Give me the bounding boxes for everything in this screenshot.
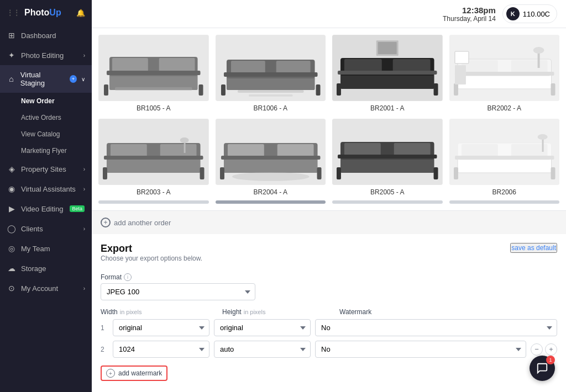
svg-rect-69 bbox=[457, 158, 551, 173]
credits-display[interactable]: K 110.00C bbox=[502, 4, 557, 23]
header-time: 12:38pm Thursday, April 14 bbox=[443, 6, 496, 23]
header: 12:38pm Thursday, April 14 K 110.00C bbox=[92, 0, 566, 28]
height-select-1[interactable]: original auto 768 bbox=[214, 319, 311, 336]
sidebar-item-virtual-staging[interactable]: ⌂ Virtual Staging + ∨ bbox=[0, 65, 92, 93]
scroll-thumb bbox=[332, 200, 443, 204]
sidebar-item-storage[interactable]: ☁ Storage bbox=[0, 258, 92, 278]
catalog-image bbox=[216, 35, 326, 101]
add-watermark-button[interactable]: + add watermark bbox=[101, 365, 167, 381]
catalog-label: BR2002 - A bbox=[488, 104, 521, 112]
sidebar-item-clients[interactable]: ◯ Clients › bbox=[0, 219, 92, 239]
chevron-right-icon: › bbox=[83, 226, 85, 232]
sidebar-sub-item-active-orders[interactable]: Active Orders bbox=[0, 109, 92, 126]
chat-icon bbox=[536, 362, 548, 374]
catalog-image bbox=[98, 35, 209, 101]
format-field: Format i JPEG 100 JPEG 90 JPEG 80 PNG TI… bbox=[101, 273, 557, 300]
sidebar-item-my-account[interactable]: ⊙ My Account › bbox=[0, 278, 92, 298]
catalog-item[interactable]: BR1006 - A bbox=[216, 35, 326, 112]
sub-item-label: Active Orders bbox=[21, 114, 61, 121]
chevron-right-icon: › bbox=[83, 166, 85, 172]
export-subtitle: Choose your export options below. bbox=[101, 255, 202, 262]
svg-point-50 bbox=[180, 137, 189, 143]
team-icon: ◎ bbox=[7, 244, 17, 253]
bell-icon[interactable]: 🔔 bbox=[76, 9, 85, 17]
catalog-item[interactable]: BR2001 - A bbox=[332, 35, 443, 112]
catalog-image bbox=[216, 119, 326, 185]
sidebar-item-label: Video Editing bbox=[21, 205, 63, 213]
svg-rect-74 bbox=[453, 167, 458, 179]
catalog-image bbox=[449, 119, 560, 185]
sidebar-sub-item-view-catalog[interactable]: View Catalog bbox=[0, 126, 92, 142]
svg-rect-58 bbox=[317, 167, 321, 179]
add-watermark-area: + add watermark bbox=[101, 365, 557, 381]
add-another-order-button[interactable]: + add another order bbox=[101, 218, 171, 227]
export-header: Export Choose your export options below.… bbox=[101, 243, 557, 271]
svg-rect-76 bbox=[542, 138, 543, 152]
svg-rect-37 bbox=[537, 51, 539, 68]
svg-rect-36 bbox=[551, 83, 555, 96]
svg-rect-35 bbox=[453, 83, 458, 96]
row-number: 1 bbox=[101, 324, 108, 332]
avatar: K bbox=[506, 7, 520, 20]
add-row-button[interactable]: + bbox=[545, 343, 557, 356]
svg-point-77 bbox=[537, 134, 547, 140]
catalog-label: BR1006 - A bbox=[254, 104, 287, 112]
video-editing-icon: ▶ bbox=[7, 204, 17, 213]
height-select-2[interactable]: original auto 768 bbox=[214, 341, 311, 358]
svg-rect-26 bbox=[434, 83, 438, 96]
width-select-1[interactable]: original 1024 2048 bbox=[113, 319, 209, 336]
catalog-item[interactable]: BR2005 - A bbox=[332, 119, 443, 196]
svg-rect-39 bbox=[454, 65, 465, 84]
svg-rect-57 bbox=[219, 167, 224, 179]
format-select[interactable]: JPEG 100 JPEG 90 JPEG 80 PNG TIFF bbox=[101, 283, 255, 300]
sidebar-item-dashboard[interactable]: ⊞ Dashboard bbox=[0, 25, 92, 45]
sidebar-item-virtual-assistants[interactable]: ◉ Virtual Assistants › bbox=[0, 179, 92, 199]
sidebar-item-my-team[interactable]: ◎ My Team bbox=[0, 239, 92, 258]
sidebar-item-label: Property Sites bbox=[21, 165, 66, 173]
watermark-select-2[interactable]: No Yes bbox=[315, 341, 526, 358]
account-icon: ⊙ bbox=[7, 284, 17, 293]
plus-circle-icon: + bbox=[106, 369, 115, 378]
catalog-item[interactable]: BR2006 bbox=[449, 119, 560, 196]
sidebar-sub-item-marketing-flyer[interactable]: Marketing Flyer bbox=[0, 142, 92, 159]
catalog-item[interactable]: BR2003 - A bbox=[98, 119, 209, 196]
svg-rect-44 bbox=[111, 144, 147, 157]
svg-rect-18 bbox=[248, 94, 292, 97]
chat-button[interactable]: 1 bbox=[530, 356, 555, 381]
catalog-label: BR2003 - A bbox=[137, 188, 170, 196]
catalog-item[interactable]: BR1005 - A bbox=[98, 35, 209, 112]
sidebar-item-label: Clients bbox=[21, 225, 43, 233]
svg-rect-25 bbox=[337, 83, 341, 96]
svg-rect-30 bbox=[457, 75, 551, 89]
chevron-down-icon: ∨ bbox=[81, 76, 85, 82]
catalog-image bbox=[332, 35, 443, 101]
catalog-item[interactable]: BR2002 - A bbox=[449, 35, 560, 112]
save-as-default-button[interactable]: save as default bbox=[510, 243, 557, 253]
sub-item-label: Marketing Flyer bbox=[21, 147, 67, 155]
sidebar-item-property-sites[interactable]: ◈ Property Sites › bbox=[0, 159, 92, 179]
sidebar-item-label: Storage bbox=[21, 264, 46, 273]
beta-badge: Beta bbox=[70, 205, 85, 212]
width-select-2[interactable]: original 1024 2048 bbox=[113, 341, 209, 358]
sidebar-item-video-editing[interactable]: ▶ Video Editing Beta bbox=[0, 199, 92, 219]
scroll-indicators bbox=[98, 200, 559, 204]
catalog-item[interactable]: BR2004 - A bbox=[216, 119, 326, 196]
watermark-select-1[interactable]: No Yes bbox=[315, 319, 557, 336]
svg-rect-54 bbox=[227, 144, 264, 157]
current-date: Thursday, April 14 bbox=[443, 15, 496, 23]
catalog-label: BR2006 bbox=[492, 188, 516, 196]
svg-rect-8 bbox=[115, 87, 192, 91]
export-form: Format i JPEG 100 JPEG 90 JPEG 80 PNG TI… bbox=[101, 273, 557, 392]
add-order-row: + add another order bbox=[92, 211, 566, 234]
svg-rect-6 bbox=[104, 84, 108, 96]
width-unit-label: in pixels bbox=[120, 309, 142, 315]
plus-circle-icon: + bbox=[101, 218, 111, 227]
catalog-image bbox=[98, 119, 209, 185]
remove-row-button[interactable]: − bbox=[531, 343, 543, 356]
sidebar-sub-item-new-order[interactable]: New Order bbox=[0, 93, 92, 109]
export-section: Export Choose your export options below.… bbox=[92, 234, 566, 392]
sidebar-item-photo-editing[interactable]: ✦ Photo Editing › bbox=[0, 45, 92, 65]
watermark-label: Watermark bbox=[339, 308, 371, 316]
info-icon[interactable]: i bbox=[124, 273, 132, 281]
svg-rect-56 bbox=[221, 156, 320, 160]
